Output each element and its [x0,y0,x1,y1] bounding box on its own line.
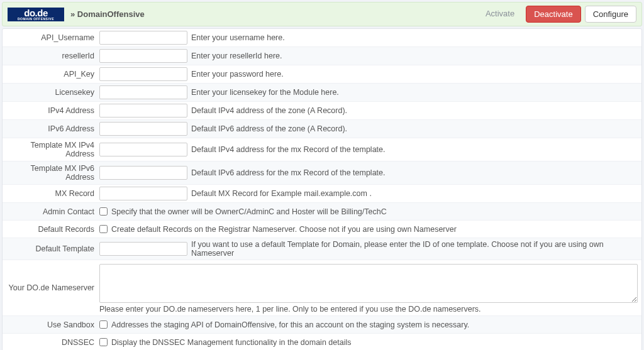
logo-text-bottom: DOMAIN OFFENSIVE [18,18,54,21]
hint-api-key: Enter your password here. [191,70,284,79]
row-ipv4: IPv4 Address Default IPv4 address of the… [3,102,641,120]
input-api-username[interactable] [99,31,187,45]
label-ipv6: IPv6 Address [3,122,98,136]
row-use-sandbox: Use Sandbox Addresses the staging API of… [3,316,641,334]
module-title: » DomainOffensive [70,9,478,19]
hint-ipv4: Default IPv4 address of the zone (A Reco… [191,106,347,115]
label-api-key: API_Key [3,67,98,81]
input-api-key[interactable] [99,67,187,81]
label-admin-contact: Admin Contact [3,205,98,219]
checkbox-admin-contact[interactable] [99,207,108,216]
config-form: API_Username Enter your username here. r… [2,28,642,350]
checkbox-use-sandbox[interactable] [99,320,108,329]
row-api-username: API_Username Enter your username here. [3,29,641,47]
hint-admin-contact: Specify that the owner will be OwnerC/Ad… [111,207,387,216]
label-api-username: API_Username [3,31,98,45]
input-tmpl-mx-ipv6[interactable] [99,166,187,180]
hint-tmpl-mx-ipv4: Default IPv4 address for the mx Record o… [191,145,385,154]
row-default-records: Default Records Create default Records o… [3,221,641,238]
label-use-sandbox: Use Sandbox [3,318,98,332]
hint-use-sandbox: Addresses the staging API of DomainOffen… [111,320,469,329]
input-mx-record[interactable] [99,187,187,200]
logo: do.de DOMAIN OFFENSIVE [8,8,64,21]
hint-api-username: Enter your username here. [191,33,285,42]
logo-text-top: do.de [24,8,48,18]
label-nameserver: Your DO.de Nameserver [3,281,98,295]
label-tmpl-mx-ipv6: Template MX IPv6 Address [3,161,98,184]
input-reseller-id[interactable] [99,49,187,63]
row-reseller-id: resellerId Enter your resellerId here. [3,47,641,65]
label-licensekey: Licensekey [3,85,98,99]
row-nameserver: Your DO.de Nameserver Please enter your … [3,260,641,316]
label-default-records: Default Records [3,222,98,236]
header-buttons: Activate Deactivate Configure [478,6,636,23]
row-admin-contact: Admin Contact Specify that the owner wil… [3,203,641,221]
input-default-template[interactable] [99,242,187,256]
checkbox-default-records[interactable] [99,225,108,233]
deactivate-button[interactable]: Deactivate [526,6,580,23]
row-dnssec: DNSSEC Display the DNSSEC Management fun… [3,334,641,350]
input-ipv4[interactable] [99,104,187,118]
row-licensekey: Licensekey Enter your licensekey for the… [3,84,641,102]
label-dnssec: DNSSEC [3,336,98,349]
label-mx-record: MX Record [3,187,98,200]
hint-nameserver: Please enter your DO.de nameservers here… [99,305,638,314]
hint-ipv6: Default IPv6 address of the zone (A Reco… [191,124,347,133]
label-ipv4: IPv4 Address [3,104,98,118]
label-tmpl-mx-ipv4: Template MX IPv4 Address [3,138,98,161]
row-tmpl-mx-ipv4: Template MX IPv4 Address Default IPv4 ad… [3,138,641,161]
input-tmpl-mx-ipv4[interactable] [99,143,187,156]
hint-tmpl-mx-ipv6: Default IPv6 address for the mx Record o… [191,168,385,177]
hint-dnssec: Display the DNSSEC Management functional… [111,338,351,347]
hint-default-template: If you want to use a default Template fo… [191,240,638,258]
label-default-template: Default Template [3,242,98,256]
input-ipv6[interactable] [99,122,187,136]
input-licensekey[interactable] [99,85,187,99]
row-default-template: Default Template If you want to use a de… [3,238,641,260]
hint-mx-record: Default MX Record for Example mail.examp… [191,189,372,198]
module-header: do.de DOMAIN OFFENSIVE » DomainOffensive… [2,2,642,26]
hint-reseller-id: Enter your resellerId here. [191,52,282,60]
activate-button: Activate [478,6,522,23]
hint-default-records: Create default Records on the Registrar … [111,225,457,234]
configure-button[interactable]: Configure [585,6,636,23]
hint-licensekey: Enter your licensekey for the Module her… [191,88,339,97]
label-reseller-id: resellerId [3,49,98,63]
textarea-nameserver[interactable] [99,264,638,303]
row-api-key: API_Key Enter your password here. [3,65,641,84]
row-mx-record: MX Record Default MX Record for Example … [3,185,641,203]
row-ipv6: IPv6 Address Default IPv6 address of the… [3,120,641,138]
checkbox-dnssec[interactable] [99,338,108,346]
row-tmpl-mx-ipv6: Template MX IPv6 Address Default IPv6 ad… [3,161,641,185]
